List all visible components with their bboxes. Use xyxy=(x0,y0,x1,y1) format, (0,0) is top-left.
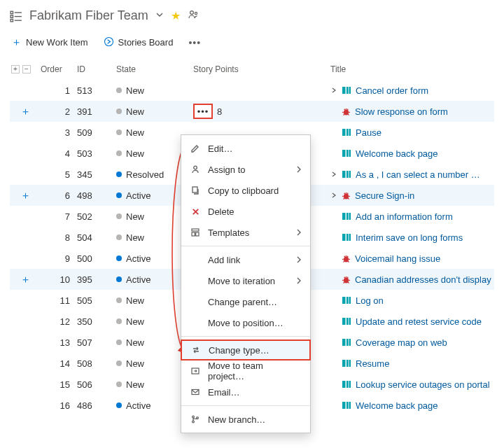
expand-icon[interactable] xyxy=(330,192,337,198)
team-name[interactable]: Fabrikam Fiber Team xyxy=(29,8,148,23)
svg-rect-40 xyxy=(342,360,346,367)
work-item-title-link[interactable]: Resume xyxy=(356,358,389,369)
col-story-points[interactable]: Story Points xyxy=(193,64,330,74)
chevron-right-icon xyxy=(296,227,302,238)
work-item-title-link[interactable]: Interim save on long forms xyxy=(356,232,463,243)
work-item-title-link[interactable]: Coverage map on web xyxy=(356,337,447,348)
menu-item-edit[interactable]: Edit… xyxy=(181,138,310,159)
work-item-title-link[interactable]: Secure Sign-in xyxy=(355,190,414,201)
menu-item-label: Email… xyxy=(208,387,240,398)
swap-icon xyxy=(190,345,202,355)
table-row[interactable]: ＋1513NewCancel order form xyxy=(10,80,494,101)
work-item-title-link[interactable]: Lookup service outages on portal xyxy=(356,379,490,390)
team-members-icon[interactable] xyxy=(188,9,199,22)
svg-point-6 xyxy=(190,11,193,15)
work-item-title-link[interactable]: Voicemail hang issue xyxy=(355,253,440,264)
work-item-title-link[interactable]: Welcome back page xyxy=(356,400,438,411)
svg-rect-31 xyxy=(342,297,346,304)
menu-item-change-type[interactable]: Change type… xyxy=(181,340,311,360)
menu-item-change-parent[interactable]: Change parent… xyxy=(181,291,310,312)
work-item-title-link[interactable]: Add an information form xyxy=(356,211,453,222)
menu-separator xyxy=(181,336,310,337)
id-cell: 504 xyxy=(77,232,116,243)
col-title[interactable]: Title xyxy=(330,64,494,74)
menu-item-move-to-iteration[interactable]: Move to iteration xyxy=(181,270,310,291)
context-menu: Edit…Assign toCopy to clipboardDeleteTem… xyxy=(181,134,311,424)
work-item-title-link[interactable]: As a , I can select a number … xyxy=(356,169,480,180)
menu-separator xyxy=(181,246,310,246)
work-item-title-link[interactable]: Cancel order form xyxy=(356,85,428,96)
toolbar-overflow-button[interactable]: ••• xyxy=(188,37,201,48)
menu-item-add-link[interactable]: Add link xyxy=(181,249,310,270)
copy-icon xyxy=(190,186,201,195)
expand-icon[interactable] xyxy=(330,172,337,177)
svg-rect-41 xyxy=(346,360,349,367)
work-item-title-link[interactable]: Update and retest service code xyxy=(356,316,482,327)
work-item-title-link[interactable]: Welcome back page xyxy=(356,148,438,159)
col-state[interactable]: State xyxy=(116,64,193,74)
chevron-down-icon[interactable] xyxy=(155,10,164,21)
menu-item-assign-to[interactable]: Assign to xyxy=(181,159,310,180)
svg-rect-27 xyxy=(346,234,349,241)
add-child-button[interactable]: ＋ xyxy=(20,189,31,202)
svg-rect-45 xyxy=(349,381,351,388)
menu-item-label: Move to iteration xyxy=(208,276,275,286)
svg-rect-13 xyxy=(342,129,346,136)
favorite-star-icon[interactable]: ★ xyxy=(171,9,181,22)
new-work-item-button[interactable]: ＋ New Work Item xyxy=(11,36,88,49)
row-actions-button[interactable]: ••• xyxy=(193,104,213,119)
svg-point-29 xyxy=(344,257,349,262)
work-item-title-link[interactable]: Pause xyxy=(356,127,382,138)
svg-rect-33 xyxy=(349,297,351,304)
story-points-cell: •••8 xyxy=(193,104,330,119)
col-order[interactable]: Order xyxy=(41,64,77,74)
table-row[interactable]: ＋2391New•••8Slow response on form xyxy=(10,101,494,122)
id-cell: 505 xyxy=(77,295,116,306)
svg-rect-35 xyxy=(346,318,349,325)
state-dot-icon xyxy=(116,130,122,135)
expand-collapse-all[interactable]: + − xyxy=(10,65,41,74)
menu-item-copy-to-clipboard[interactable]: Copy to clipboard xyxy=(181,180,310,201)
expand-icon[interactable] xyxy=(330,88,337,93)
menu-item-label: Move to team project… xyxy=(208,360,302,382)
col-id[interactable]: ID xyxy=(77,64,116,74)
svg-rect-42 xyxy=(349,360,351,367)
add-child-button[interactable]: ＋ xyxy=(20,105,31,118)
user-story-icon xyxy=(342,148,351,158)
title-cell: Slow response on form xyxy=(330,106,494,117)
menu-item-delete[interactable]: Delete xyxy=(181,201,310,222)
id-cell: 500 xyxy=(77,253,116,264)
svg-rect-14 xyxy=(346,129,349,136)
user-story-icon xyxy=(342,211,351,221)
stories-board-button[interactable]: Stories Board xyxy=(104,36,174,49)
menu-item-move-to-team-project[interactable]: Move to team project… xyxy=(181,360,310,382)
collapse-all-icon[interactable]: − xyxy=(22,65,31,74)
work-item-title-link[interactable]: Slow response on form xyxy=(355,106,448,117)
expand-all-icon[interactable]: + xyxy=(11,65,20,74)
order-cell: 8 xyxy=(41,232,77,243)
state-cell: New xyxy=(116,106,193,117)
story-points-value: 8 xyxy=(217,106,222,117)
order-cell: 5 xyxy=(41,169,77,180)
svg-rect-24 xyxy=(346,213,349,220)
add-child-button[interactable]: ＋ xyxy=(20,273,31,286)
user-story-icon xyxy=(342,295,351,305)
user-story-icon xyxy=(342,337,351,347)
menu-item-templates[interactable]: Templates xyxy=(181,222,310,243)
work-item-title-link[interactable]: Canadian addresses don't display xyxy=(355,274,491,285)
id-cell: 513 xyxy=(77,85,116,96)
menu-item-new-branch[interactable]: New branch… xyxy=(181,409,310,424)
order-cell: 12 xyxy=(41,316,77,327)
order-cell: 9 xyxy=(41,253,77,264)
chevron-right-icon xyxy=(296,255,302,265)
menu-item-email[interactable]: Email… xyxy=(181,382,310,402)
menu-item-label: Change parent… xyxy=(208,297,277,307)
svg-rect-4 xyxy=(10,19,13,21)
grid-header: + − Order ID State Story Points Title xyxy=(10,59,494,80)
work-item-title-link[interactable]: Log on xyxy=(356,295,384,306)
svg-rect-16 xyxy=(342,150,346,157)
edit-icon xyxy=(190,144,201,153)
menu-item-move-to-position[interactable]: Move to position… xyxy=(181,312,310,333)
svg-rect-48 xyxy=(349,402,351,409)
svg-point-22 xyxy=(344,194,349,199)
